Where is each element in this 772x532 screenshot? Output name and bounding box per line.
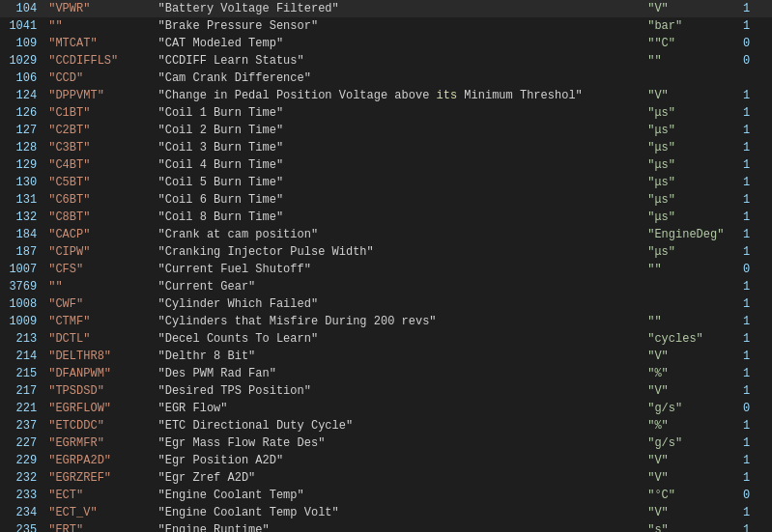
row-code: "C5BT" xyxy=(44,174,154,191)
row-desc: "Coil 4 Burn Time" xyxy=(155,156,644,174)
row-code: "CACP" xyxy=(44,226,154,243)
table-row: 104"VPWR""Battery Voltage Filtered""V"1 xyxy=(0,0,772,17)
row-unit: "μs" xyxy=(643,156,739,174)
row-value: 1 xyxy=(739,330,772,348)
table-row: 130"C5BT""Coil 5 Burn Time""μs"1 xyxy=(0,174,772,191)
row-id: 221 xyxy=(0,400,44,417)
table-row: 227"EGRMFR""Egr Mass Flow Rate Des""g/s"… xyxy=(0,434,772,452)
row-unit: "°C" xyxy=(643,487,739,504)
row-id: 217 xyxy=(0,382,44,400)
row-value: 0 xyxy=(739,261,772,278)
row-value: 1 xyxy=(739,87,772,104)
table-row: 124"DPPVMT""Change in Pedal Position Vol… xyxy=(0,87,772,104)
row-id: 1041 xyxy=(0,17,44,35)
row-unit: "g/s" xyxy=(643,400,739,417)
row-id: 214 xyxy=(0,348,44,365)
row-code: "TPSDSD" xyxy=(44,382,154,400)
row-code: "DPPVMT" xyxy=(44,87,154,104)
row-code: "ERT" xyxy=(44,521,154,532)
row-desc: "ETC Directional Duty Cycle" xyxy=(155,417,644,434)
row-value xyxy=(739,70,772,87)
table-row: 184"CACP""Crank at cam position""EngineD… xyxy=(0,226,772,243)
row-code: "DCTL" xyxy=(44,330,154,348)
row-code: "DELTHR8" xyxy=(44,348,154,365)
row-desc: "Coil 6 Burn Time" xyxy=(155,191,644,209)
row-code: "" xyxy=(44,278,154,295)
row-desc: "CCDIFF Learn Status" xyxy=(155,52,644,70)
row-code: "ETCDDC" xyxy=(44,417,154,434)
table-row: 237"ETCDDC""ETC Directional Duty Cycle""… xyxy=(0,417,772,434)
row-code: "CCDIFFLS" xyxy=(44,52,154,70)
row-value: 1 xyxy=(739,417,772,434)
row-value: 1 xyxy=(739,452,772,469)
row-value: 1 xyxy=(739,278,772,295)
row-desc: "EGR Flow" xyxy=(155,400,644,417)
table-row: 3769"""Current Gear"1 xyxy=(0,278,772,295)
table-row: 214"DELTHR8""Delthr 8 Bit""V"1 xyxy=(0,348,772,365)
table-row: 127"C2BT""Coil 2 Burn Time""μs"1 xyxy=(0,122,772,139)
row-id: 233 xyxy=(0,487,44,504)
row-code: "EGRFLOW" xyxy=(44,400,154,417)
row-unit: "μs" xyxy=(643,191,739,209)
row-id: 1009 xyxy=(0,313,44,330)
row-value: 1 xyxy=(739,521,772,532)
row-id: 232 xyxy=(0,469,44,487)
row-unit: "μs" xyxy=(643,243,739,261)
row-id: 131 xyxy=(0,191,44,209)
row-code: "ECT_V" xyxy=(44,504,154,521)
table-row: 187"CIPW""Cranking Injector Pulse Width"… xyxy=(0,243,772,261)
table-row: 128"C3BT""Coil 3 Burn Time""μs"1 xyxy=(0,139,772,156)
row-desc: "Current Fuel Shutoff" xyxy=(155,261,644,278)
row-value: 1 xyxy=(739,226,772,243)
row-unit: "V" xyxy=(643,87,739,104)
row-code: "CIPW" xyxy=(44,243,154,261)
row-id: 106 xyxy=(0,70,44,87)
row-id: 184 xyxy=(0,226,44,243)
row-desc: "Cam Crank Difference" xyxy=(155,70,644,87)
row-desc: "Cylinder Which Failed" xyxy=(155,295,644,313)
row-value: 1 xyxy=(739,191,772,209)
row-value: 1 xyxy=(739,348,772,365)
table-row: 129"C4BT""Coil 4 Burn Time""μs"1 xyxy=(0,156,772,174)
row-id: 129 xyxy=(0,156,44,174)
row-unit: "μs" xyxy=(643,104,739,122)
row-unit: "" xyxy=(643,52,739,70)
row-id: 127 xyxy=(0,122,44,139)
table-row: 109"MTCAT""CAT Modeled Temp"""C"0 xyxy=(0,35,772,52)
table-row: 132"C8BT""Coil 8 Burn Time""μs"1 xyxy=(0,209,772,226)
table-row: 215"DFANPWM""Des PWM Rad Fan""%"1 xyxy=(0,365,772,382)
row-value: 1 xyxy=(739,174,772,191)
table-row: 229"EGRPA2D""Egr Position A2D""V"1 xyxy=(0,452,772,469)
row-unit: "μs" xyxy=(643,122,739,139)
data-table: 104"VPWR""Battery Voltage Filtered""V"11… xyxy=(0,0,772,532)
row-desc: "Cranking Injector Pulse Width" xyxy=(155,243,644,261)
row-code: "C8BT" xyxy=(44,209,154,226)
table-row: 1008"CWF""Cylinder Which Failed"1 xyxy=(0,295,772,313)
row-id: 1029 xyxy=(0,52,44,70)
row-unit: "cycles" xyxy=(643,330,739,348)
row-value: 1 xyxy=(739,434,772,452)
row-id: 237 xyxy=(0,417,44,434)
table-row: 233"ECT""Engine Coolant Temp""°C"0 xyxy=(0,487,772,504)
row-unit: "" xyxy=(643,261,739,278)
row-id: 130 xyxy=(0,174,44,191)
row-value: 1 xyxy=(739,504,772,521)
row-code: "ECT" xyxy=(44,487,154,504)
row-id: 104 xyxy=(0,0,44,17)
row-value: 1 xyxy=(739,365,772,382)
table-row: 1007"CFS""Current Fuel Shutoff"""0 xyxy=(0,261,772,278)
row-desc: "Cylinders that Misfire During 200 revs" xyxy=(155,313,644,330)
row-unit: "%" xyxy=(643,417,739,434)
row-code: "C6BT" xyxy=(44,191,154,209)
table-row: 235"ERT""Engine Runtime""s"1 xyxy=(0,521,772,532)
row-desc: "Change in Pedal Position Voltage above … xyxy=(155,87,644,104)
row-id: 227 xyxy=(0,434,44,452)
row-id: 3769 xyxy=(0,278,44,295)
row-desc: "Delthr 8 Bit" xyxy=(155,348,644,365)
row-desc: "Engine Coolant Temp" xyxy=(155,487,644,504)
row-unit: "s" xyxy=(643,521,739,532)
row-code: "EGRMFR" xyxy=(44,434,154,452)
row-unit: "μs" xyxy=(643,139,739,156)
row-unit: "μs" xyxy=(643,209,739,226)
row-desc: "Coil 1 Burn Time" xyxy=(155,104,644,122)
